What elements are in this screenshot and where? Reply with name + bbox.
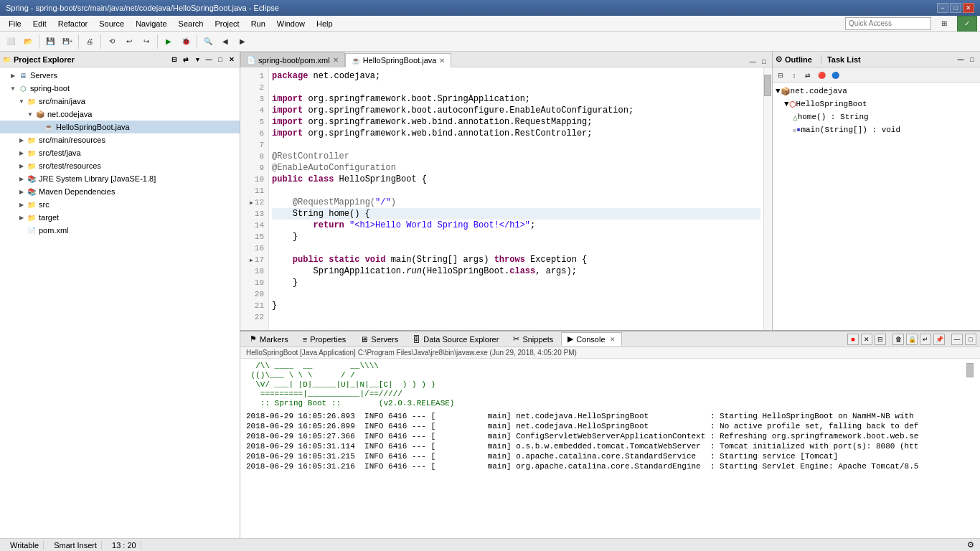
- toolbar-view-btn[interactable]: ✓: [957, 16, 977, 32]
- tab-pom-xml[interactable]: 📄 spring-boot/pom.xml ✕: [240, 52, 345, 67]
- menu-help[interactable]: Help: [311, 18, 339, 29]
- console-clear-btn[interactable]: 🗑: [892, 334, 904, 345]
- redo-button[interactable]: ↪: [138, 34, 154, 50]
- console-terminate-btn[interactable]: ✕: [861, 334, 872, 345]
- tree-item-hello-spring-boot[interactable]: ☕ HelloSpringBoot.java: [0, 121, 240, 133]
- console-maximize-btn[interactable]: □: [965, 334, 976, 345]
- menu-run[interactable]: Run: [245, 18, 271, 29]
- outline-maximize-btn[interactable]: □: [967, 55, 977, 65]
- outline-hide-methods[interactable]: 🔵: [829, 69, 842, 82]
- console-tab-close[interactable]: ✕: [610, 336, 616, 343]
- tab-hello-spring-boot[interactable]: ☕ HelloSpringBoot.java ✕: [345, 53, 452, 67]
- scrollbar-thumb[interactable]: [764, 75, 771, 96]
- code-content-area[interactable]: package net.codejava; import org.springf…: [269, 67, 763, 330]
- outline-sort[interactable]: ↕: [788, 69, 801, 82]
- new-button[interactable]: ⬜: [3, 34, 19, 50]
- toolbar-separator-2: [78, 34, 79, 49]
- editor-maximize-btn[interactable]: □: [759, 57, 769, 67]
- outline-item-package[interactable]: ▼ 📦 net.codejava: [773, 85, 980, 98]
- open-button[interactable]: 📂: [20, 34, 36, 50]
- quick-access-input[interactable]: [845, 17, 931, 30]
- menu-refactor[interactable]: Refactor: [52, 18, 94, 29]
- close-panel-button[interactable]: ✕: [227, 55, 237, 65]
- navigate-forward-button[interactable]: ▶: [235, 34, 250, 50]
- maximize-panel-button[interactable]: □: [215, 55, 225, 65]
- menu-source[interactable]: Source: [93, 18, 130, 29]
- console-minimize-btn[interactable]: —: [951, 334, 963, 345]
- line-4: 4: [240, 105, 268, 116]
- toolbar-perspective-btn[interactable]: ⊞: [934, 16, 954, 32]
- properties-icon: ≡: [303, 335, 307, 344]
- navigate-back-button[interactable]: ◀: [217, 34, 233, 50]
- editor-scrollbar[interactable]: [763, 67, 772, 330]
- tab-servers[interactable]: 🖥 Servers: [354, 333, 405, 346]
- tree-item-maven-deps[interactable]: ▶ 📚 Maven Dependencies: [0, 185, 240, 198]
- menu-file[interactable]: File: [3, 18, 27, 29]
- tree-item-src-test-resources[interactable]: ▶ 📁 src/test/resources: [0, 159, 240, 172]
- line-6: 6: [240, 128, 268, 139]
- tree-item-src-main-resources[interactable]: ▶ 📁 src/main/resources: [0, 133, 240, 146]
- maximize-button[interactable]: □: [950, 3, 961, 13]
- line-15: 15: [240, 231, 268, 242]
- debug-button[interactable]: 🐞: [178, 34, 194, 50]
- tree-item-jre-library[interactable]: ▶ 📚 JRE System Library [JavaSE-1.8]: [0, 172, 240, 185]
- console-word-wrap-btn[interactable]: ↵: [920, 334, 931, 345]
- tab-console[interactable]: ▶ Console ✕: [561, 332, 621, 346]
- maven-icon: 📚: [26, 186, 37, 197]
- console-disconnect-btn[interactable]: ⊟: [875, 334, 886, 345]
- code-line-2: [272, 82, 760, 93]
- collapse-all-button[interactable]: ⊟: [169, 55, 179, 65]
- menu-edit[interactable]: Edit: [27, 18, 52, 29]
- outline-minimize-btn[interactable]: —: [956, 55, 966, 65]
- search-button[interactable]: 🔍: [200, 34, 216, 50]
- tree-item-src-test-java[interactable]: ▶ 📁 src/test/java: [0, 146, 240, 159]
- menu-project[interactable]: Project: [209, 18, 245, 29]
- tab-datasource[interactable]: 🗄 Data Source Explorer: [406, 333, 505, 346]
- outline-hide-fields[interactable]: 🔴: [815, 69, 828, 82]
- tree-item-target[interactable]: ▶ 📁 target: [0, 211, 240, 224]
- print-button[interactable]: 🖨: [82, 34, 98, 50]
- code-line-13: String home() {: [272, 208, 760, 220]
- code-line-18: SpringApplication.run(HelloSpringBoot.cl…: [272, 265, 760, 277]
- link-editor-button[interactable]: ⇄: [181, 55, 191, 65]
- src-folder-icon: 📁: [26, 199, 37, 210]
- menu-window[interactable]: Window: [271, 18, 311, 29]
- hello-tab-close[interactable]: ✕: [439, 57, 445, 65]
- tree-item-pom-xml[interactable]: 📄 pom.xml: [0, 224, 240, 237]
- tree-item-servers[interactable]: ▶ 🖥 Servers: [0, 69, 240, 82]
- console-scroll-thumb[interactable]: [966, 363, 974, 377]
- tab-markers[interactable]: ⚑ Markers: [243, 332, 295, 346]
- menu-navigate[interactable]: Navigate: [130, 18, 172, 29]
- task-list-label: Task List: [827, 55, 861, 64]
- refactor-button[interactable]: ⟲: [104, 34, 120, 50]
- titlebar-controls: − □ ✕: [937, 3, 974, 13]
- menu-search[interactable]: Search: [173, 18, 209, 29]
- outline-collapse-all[interactable]: ⊟: [774, 69, 787, 82]
- tree-item-spring-boot[interactable]: ▼ ⬡ spring-boot: [0, 82, 240, 95]
- console-pin-btn[interactable]: 📌: [933, 334, 945, 345]
- tab-snippets[interactable]: ✂ Snippets: [507, 332, 560, 346]
- panel-menu-button[interactable]: ▾: [192, 55, 202, 65]
- undo-button[interactable]: ↩: [121, 34, 137, 50]
- close-button[interactable]: ✕: [963, 3, 974, 13]
- pom-tab-close[interactable]: ✕: [333, 56, 339, 64]
- console-stop-btn[interactable]: ■: [847, 334, 859, 345]
- save-all-button[interactable]: 💾+: [60, 34, 75, 50]
- tree-item-net-codejava[interactable]: ▼ 📦 net.codejava: [0, 108, 240, 121]
- outline-item-home[interactable]: △ home() : String: [773, 110, 980, 123]
- editor-minimize-btn[interactable]: —: [748, 57, 758, 67]
- outline-item-main[interactable]: s ● main(String[]) : void: [773, 123, 980, 136]
- outline-item-class[interactable]: ▼ ⬡ HelloSpringBoot: [773, 98, 980, 110]
- console-scroll-lock-btn[interactable]: 🔒: [906, 334, 918, 345]
- minimize-button[interactable]: −: [937, 3, 948, 13]
- tab-properties[interactable]: ≡ Properties: [296, 333, 353, 346]
- tree-item-src-main-java[interactable]: ▼ 📁 src/main/java: [0, 95, 240, 108]
- run-button[interactable]: ▶: [161, 34, 176, 50]
- outline-link[interactable]: ⇄: [801, 69, 814, 82]
- save-button[interactable]: 💾: [42, 34, 58, 50]
- code-editor[interactable]: 1 2 3 4 5 6 7 8 9 10 11 12 13: [240, 67, 772, 330]
- minimize-panel-button[interactable]: —: [204, 55, 214, 65]
- tree-item-src[interactable]: ▶ 📁 src: [0, 198, 240, 211]
- line-16: 16: [240, 242, 268, 254]
- status-position: 13 : 20: [108, 541, 141, 550]
